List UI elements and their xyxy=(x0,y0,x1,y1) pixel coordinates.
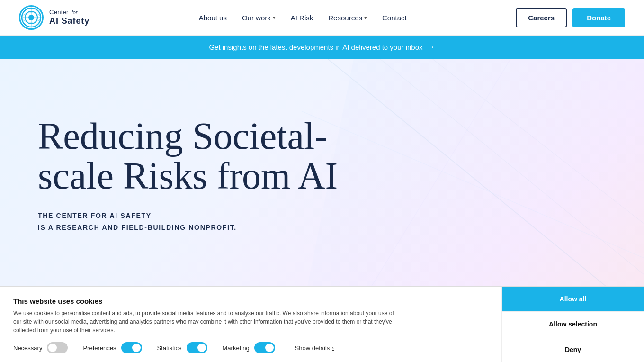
logo-text: Center for AI Safety xyxy=(49,9,89,26)
hero-subtitle-line1: THE CENTER FOR AI SAFETY xyxy=(38,210,369,222)
hero-section: Reducing Societal-scale Risks from AI TH… xyxy=(0,59,644,291)
nav-contact[interactable]: Contact xyxy=(382,14,407,22)
cookie-right-panel: Allow all Allow selection Deny xyxy=(502,287,644,291)
logo-ai-safety: AI Safety xyxy=(49,16,89,27)
cookie-left-panel: This website uses cookies We use cookies… xyxy=(0,287,502,291)
logo-for: for xyxy=(72,9,78,16)
chevron-down-icon: ▾ xyxy=(273,15,276,21)
logo-icon xyxy=(19,5,44,30)
logo[interactable]: Center for AI Safety xyxy=(19,5,89,30)
arrow-icon: → xyxy=(427,42,435,52)
chevron-down-icon-2: ▾ xyxy=(364,15,367,21)
hero-title: Reducing Societal-scale Risks from AI xyxy=(38,116,369,196)
hero-subtitle-line2: IS A RESEARCH AND FIELD-BUILDING NONPROF… xyxy=(38,222,369,234)
announcement-bar[interactable]: Get insights on the latest developments … xyxy=(0,36,644,59)
careers-button[interactable]: Careers xyxy=(516,8,567,27)
nav-ai-risk[interactable]: AI Risk xyxy=(291,14,313,22)
navbar: Center for AI Safety About us Our work ▾… xyxy=(0,0,644,36)
nav-links: About us Our work ▾ AI Risk Resources ▾ … xyxy=(199,14,407,22)
nav-resources[interactable]: Resources ▾ xyxy=(328,14,367,22)
allow-all-button[interactable]: Allow all xyxy=(502,287,644,291)
logo-center: Center xyxy=(49,9,69,16)
nav-our-work[interactable]: Our work ▾ xyxy=(242,14,276,22)
nav-actions: Careers Donate xyxy=(516,8,625,27)
nav-about[interactable]: About us xyxy=(199,14,227,22)
announcement-text: Get insights on the latest developments … xyxy=(209,43,422,51)
hero-content: Reducing Societal-scale Risks from AI TH… xyxy=(38,116,369,234)
hero-subtitle: THE CENTER FOR AI SAFETY IS A RESEARCH A… xyxy=(38,210,369,234)
cookie-banner: This website uses cookies We use cookies… xyxy=(0,286,644,291)
donate-button[interactable]: Donate xyxy=(572,8,625,27)
